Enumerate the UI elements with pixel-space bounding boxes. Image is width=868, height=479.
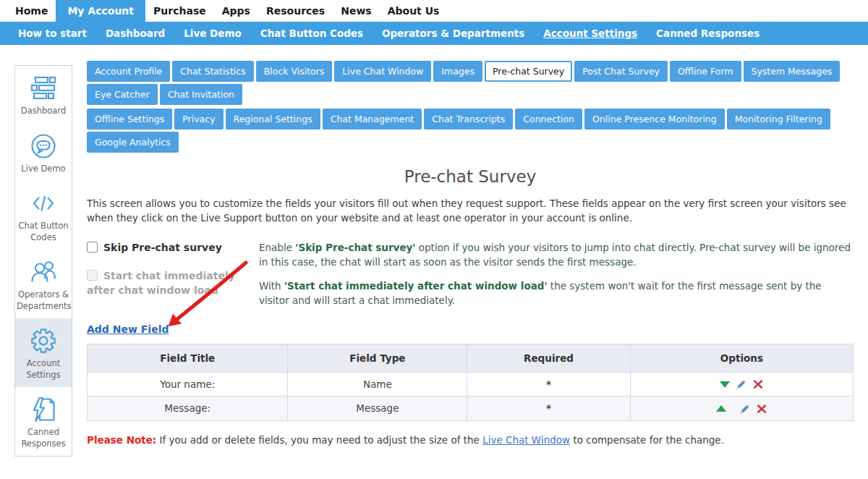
please-note-label: Please Note:: [87, 434, 156, 446]
delete-x-icon[interactable]: [757, 404, 767, 414]
chat-bubble-icon: [29, 132, 58, 161]
code-icon: [29, 189, 58, 218]
sidebar-item-label: Live Demo: [17, 164, 70, 175]
dashboard-grid-icon: [29, 74, 58, 103]
required-asterisk: *: [467, 397, 631, 421]
tab-chat-invitation[interactable]: Chat Invitation: [160, 84, 242, 105]
topnav-home[interactable]: Home: [7, 0, 56, 22]
prechat-fields-table: Field Title Field Type Required Options …: [87, 344, 854, 421]
subnav-dashboard[interactable]: Dashboard: [96, 27, 174, 39]
required-asterisk: *: [467, 372, 631, 397]
tab-offline-form[interactable]: Offline Form: [670, 61, 741, 82]
page-description: This screen allows you to customize the …: [87, 196, 854, 226]
subnav-how-to-start[interactable]: How to start: [9, 27, 96, 39]
settings-tabs-row-1: Account Profile Chat Statistics Block Vi…: [87, 61, 854, 105]
survey-options: Skip Pre-chat survey Start chat immediat…: [87, 240, 854, 318]
sidebar: Dashboard Live Demo Chat Button Codes: [14, 65, 72, 457]
tab-pre-chat-survey[interactable]: Pre-chat Survey: [485, 61, 572, 82]
edit-pencil-icon[interactable]: [739, 403, 751, 415]
sidebar-item-label: Dashboard: [17, 106, 70, 117]
sidebar-item-live-demo[interactable]: Live Demo: [15, 124, 72, 182]
skip-prechat-label: Skip Pre-chat survey: [103, 242, 222, 253]
account-sub-navigation: How to start Dashboard Live Demo Chat Bu…: [0, 22, 868, 45]
field-title-cell: Your name:: [88, 372, 288, 397]
tab-account-profile[interactable]: Account Profile: [87, 61, 170, 82]
topnav-purchase[interactable]: Purchase: [145, 0, 214, 22]
sidebar-item-canned-responses[interactable]: Canned Responses: [15, 387, 72, 456]
field-type-cell: Name: [288, 372, 467, 397]
col-field-title: Field Title: [88, 344, 288, 372]
main-content: Account Profile Chat Statistics Block Vi…: [83, 45, 868, 446]
subnav-chat-button-codes[interactable]: Chat Button Codes: [251, 27, 373, 39]
skip-prechat-option: Skip Pre-chat survey: [87, 240, 247, 255]
settings-tabs-row-2: Offline Settings Privacy Regional Settin…: [87, 109, 854, 153]
topnav-news[interactable]: News: [333, 0, 379, 22]
edit-pencil-icon[interactable]: [736, 378, 747, 390]
tab-online-presence-monitoring[interactable]: Online Presence Monitoring: [584, 109, 725, 130]
sidebar-item-label: Canned Responses: [17, 427, 70, 449]
tab-images[interactable]: Images: [433, 61, 482, 82]
help-start-text: With 'Start chat immediately after chat …: [259, 279, 854, 308]
subnav-account-settings[interactable]: Account Settings: [534, 27, 647, 39]
sidebar-item-label: Chat Button Codes: [17, 221, 70, 243]
options-cell: [630, 397, 853, 421]
lightning-page-icon: [29, 395, 58, 424]
col-field-type: Field Type: [288, 344, 467, 372]
sidebar-item-label: Operators & Departments: [17, 289, 70, 312]
col-required: Required: [467, 344, 631, 372]
tab-chat-statistics[interactable]: Chat Statistics: [172, 61, 253, 82]
add-new-field-section: Add New Field: [87, 322, 854, 336]
tab-regional-settings[interactable]: Regional Settings: [226, 109, 320, 130]
tab-chat-transcripts[interactable]: Chat Transcripts: [424, 109, 513, 130]
add-new-field-link[interactable]: Add New Field: [87, 323, 169, 335]
subnav-live-demo[interactable]: Live Demo: [174, 27, 251, 39]
tab-chat-management[interactable]: Chat Management: [323, 109, 422, 130]
sidebar-item-label: Account Settings: [17, 358, 70, 381]
subnav-canned-responses[interactable]: Canned Responses: [647, 27, 769, 39]
tab-google-analytics[interactable]: Google Analytics: [87, 132, 179, 153]
please-note-text: Please Note: If you add or delete fields…: [87, 434, 854, 446]
field-title-cell: Message:: [88, 397, 288, 421]
tab-monitoring-filtering[interactable]: Monitoring Filtering: [727, 109, 830, 130]
start-immediately-label: Start chat immediately after chat window…: [87, 270, 235, 296]
sidebar-item-operators-departments[interactable]: Operators & Departments: [15, 250, 72, 318]
move-down-icon[interactable]: [720, 381, 730, 388]
col-options: Options: [630, 344, 853, 372]
move-up-icon[interactable]: [716, 405, 726, 412]
table-header-row: Field Title Field Type Required Options: [88, 344, 854, 372]
options-cell: [630, 372, 853, 397]
topnav-about-us[interactable]: About Us: [380, 0, 448, 22]
delete-x-icon[interactable]: [753, 379, 763, 389]
top-navigation: Home My Account Purchase Apps Resources …: [0, 0, 868, 22]
sidebar-item-dashboard[interactable]: Dashboard: [15, 66, 72, 124]
gear-icon: [29, 326, 58, 355]
table-row-your-name: Your name: Name *: [88, 372, 854, 397]
tab-privacy[interactable]: Privacy: [174, 109, 223, 130]
tab-eye-catcher[interactable]: Eye Catcher: [87, 84, 158, 105]
start-immediately-checkbox[interactable]: [87, 270, 98, 281]
users-icon: [29, 258, 58, 287]
survey-options-help: Enable 'Skip Pre-chat survey' option if …: [259, 240, 854, 318]
tab-system-messages[interactable]: System Messages: [744, 61, 841, 82]
page-title: Pre-chat Survey: [87, 167, 854, 186]
help-skip-text: Enable 'Skip Pre-chat survey' option if …: [259, 240, 854, 270]
survey-checkboxes: Skip Pre-chat survey Start chat immediat…: [87, 240, 247, 318]
tab-post-chat-survey[interactable]: Post Chat Survey: [574, 61, 668, 82]
tab-live-chat-window[interactable]: Live Chat Window: [334, 61, 431, 82]
start-immediately-option: Start chat immediately after chat window…: [87, 268, 247, 298]
topnav-apps[interactable]: Apps: [214, 0, 258, 22]
tab-block-visitors[interactable]: Block Visitors: [256, 61, 333, 82]
topnav-resources[interactable]: Resources: [258, 0, 333, 22]
topnav-my-account[interactable]: My Account: [56, 0, 145, 22]
field-type-cell: Message: [288, 397, 467, 421]
tab-connection[interactable]: Connection: [515, 109, 582, 130]
tab-offline-settings[interactable]: Offline Settings: [87, 109, 172, 130]
sidebar-item-chat-button-codes[interactable]: Chat Button Codes: [15, 181, 72, 250]
sidebar-item-account-settings[interactable]: Account Settings: [15, 318, 72, 387]
subnav-operators-departments[interactable]: Operators & Departments: [373, 27, 534, 39]
live-chat-window-link[interactable]: Live Chat Window: [482, 434, 570, 446]
skip-prechat-checkbox[interactable]: [87, 242, 98, 253]
table-row-message: Message: Message *: [88, 397, 854, 421]
